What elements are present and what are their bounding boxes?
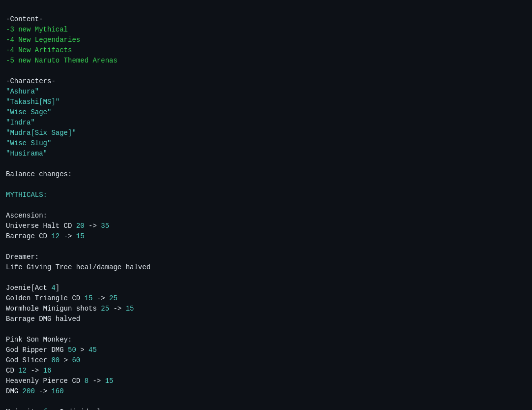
content-header: -Content- [6,15,43,23]
dmg-old: 200 [23,387,35,395]
wormhole-old: 25 [101,305,109,313]
god-ripper-new: 45 [89,346,97,354]
line-arenas: -5 new Naruto Themed Arenas [6,57,118,64]
main-content: -Content- -3 new Mythical -4 New Legenda… [6,4,526,410]
char-husirama: "Husirama" [6,150,47,158]
gt1: > [76,346,89,354]
arrow7: -> [35,387,52,395]
golden-new: 25 [109,294,118,302]
ascension-header: Ascension: Universe Halt CD [6,212,76,230]
heavenly-new: 15 [105,377,114,385]
newline7: Heavenly Pierce CD [6,377,85,385]
line-legendaries: -4 New Legendaries [6,36,80,44]
arrow3: -> [92,294,109,302]
god-slicer-old: 80 [51,356,59,364]
golden-old: 15 [85,294,93,302]
newline9: Majority [6,408,43,410]
barrage-old: 12 [51,232,59,240]
dmg-new: 160 [51,387,63,395]
arrow6: -> [89,377,105,385]
char-wise-slug: "Wise Slug" [6,139,51,147]
god-slicer-new: 60 [72,356,80,364]
newline3: Wormhole Minigun shots [6,305,101,313]
joenie-act: 4 [51,284,55,292]
newline8: DMG [6,387,23,395]
newline2: Dreamer: Life Giving Tree heal/damage ha… [6,253,150,292]
newline1: Barrage CD [6,232,51,240]
char-wise-sage: "Wise Sage" [6,108,51,116]
balance-header: Balance changes: [6,170,72,178]
line-artifacts: -4 New Artifacts [6,46,72,54]
arrow5: -> [27,367,43,375]
god-ripper-old: 50 [68,346,76,354]
cd-new: 16 [43,367,52,375]
gt2: > [59,356,72,364]
char-indra: "Indra" [6,119,35,126]
heavenly-old: 8 [85,377,89,385]
char-ashura: "Ashura" [6,88,39,95]
arrow1: -> [85,222,101,230]
newline6: CD [6,367,18,375]
arrow4: -> [109,305,126,313]
wormhole-new: 15 [126,305,134,313]
char-takashi: "Takashi[MS]" [6,98,59,106]
arrow2: -> [59,232,76,240]
universe-halt-old: 20 [76,222,85,230]
mythicals-section: MYTHICALS: [6,191,47,199]
keyword-for: for [43,408,56,410]
barrage-new: 15 [76,232,85,240]
line-mythical: -3 new Mythical [6,26,68,33]
char-mudra: "Mudra[Six Sage]" [6,129,76,137]
cd-old: 12 [18,367,27,375]
newline5: God Slicer [6,356,51,364]
characters-header: -Characters- [6,77,56,85]
universe-halt-new: 35 [101,222,109,230]
